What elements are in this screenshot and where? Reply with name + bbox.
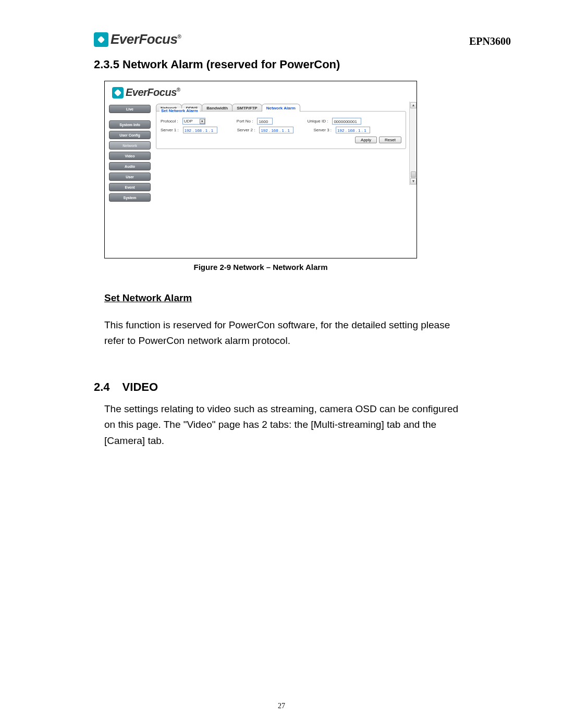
vertical-scrollbar[interactable]: ▴ ▾: [409, 102, 417, 185]
brand-logo: EverFocus®: [94, 31, 181, 47]
page-number: 27: [0, 702, 563, 710]
brand-logo-icon: [112, 87, 124, 98]
sidebar-item-live[interactable]: Live: [109, 105, 151, 113]
section-number: 2.4: [94, 380, 110, 393]
figure-caption: Figure 2-9 Network – Network Alarm: [104, 263, 417, 272]
fieldset-legend: Set Network Alarm: [160, 108, 200, 113]
main-panel: Network DDNS Bandwidth SMTP/FTP Network …: [151, 102, 409, 151]
screenshot-figure: EverFocus® Live System Info User Config …: [104, 81, 417, 258]
sidebar-item-network[interactable]: Network: [109, 141, 151, 150]
sidebar-item-systeminfo[interactable]: System Info: [109, 120, 151, 129]
reset-button[interactable]: Reset: [379, 137, 401, 143]
scroll-down-icon[interactable]: ▾: [410, 178, 417, 184]
sidebar-item-video[interactable]: Video: [109, 152, 151, 160]
section-heading-235: 2.3.5 Network Alarm (reserved for PowerC…: [94, 58, 511, 71]
sidebar-item-system[interactable]: System: [109, 193, 151, 202]
server2-input[interactable]: 192 . 168 . 1 . 1: [259, 127, 293, 133]
section-title: VIDEO: [123, 380, 158, 393]
body-paragraph-1: This function is reserved for PowerCon s…: [104, 317, 469, 349]
uniqueid-label: Unique ID :: [307, 119, 328, 124]
brand-logo-icon: [94, 32, 108, 47]
section-heading-24: 2.4VIDEO: [94, 380, 511, 394]
screenshot-brand-logo: EverFocus®: [105, 81, 417, 102]
tab-smtpftp[interactable]: SMTP/FTP: [232, 104, 262, 112]
section-title: Network Alarm (reserved for PowerCon): [123, 58, 340, 71]
scroll-thumb[interactable]: [411, 171, 416, 178]
set-network-alarm-fieldset: Set Network Alarm Protocol : UDP ▾ Port …: [156, 111, 406, 149]
tab-network-alarm[interactable]: Network Alarm: [262, 104, 300, 112]
sidebar-item-user[interactable]: User: [109, 172, 151, 181]
apply-button[interactable]: Apply: [355, 137, 377, 143]
protocol-value: UDP: [184, 118, 193, 124]
sidebar-item-userconfig[interactable]: User Config: [109, 131, 151, 139]
server3-input[interactable]: 192 . 168 . 1 . 1: [336, 127, 370, 133]
protocol-label: Protocol :: [161, 119, 178, 124]
server3-label: Server 3 :: [313, 128, 332, 132]
brand-name: EverFocus®: [111, 31, 181, 47]
sidebar-item-audio[interactable]: Audio: [109, 162, 151, 170]
chevron-down-icon: ▾: [200, 119, 205, 124]
server1-input[interactable]: 192 . 168 . 1 . 1: [183, 127, 217, 133]
model-number: EPN3600: [469, 35, 511, 47]
scroll-up-icon[interactable]: ▴: [410, 102, 417, 108]
protocol-select[interactable]: UDP ▾: [182, 118, 205, 125]
section-number: 2.3.5: [94, 58, 119, 71]
portno-input[interactable]: 1600: [257, 118, 273, 125]
brand-name: EverFocus®: [126, 87, 180, 98]
tab-bandwidth[interactable]: Bandwidth: [202, 104, 232, 112]
uniqueid-input[interactable]: 0000000001: [332, 118, 361, 125]
server2-label: Server 2 :: [237, 128, 255, 132]
page-header: EverFocus® EPN3600: [94, 31, 511, 47]
sidebar-item-event[interactable]: Event: [109, 183, 151, 191]
subsection-heading: Set Network Alarm: [104, 292, 511, 304]
server1-label: Server 1 :: [161, 128, 179, 132]
body-paragraph-2: The settings relating to video such as s…: [104, 401, 469, 449]
portno-label: Port No :: [237, 119, 253, 124]
sidebar-nav: Live System Info User Config Network Vid…: [109, 102, 151, 202]
